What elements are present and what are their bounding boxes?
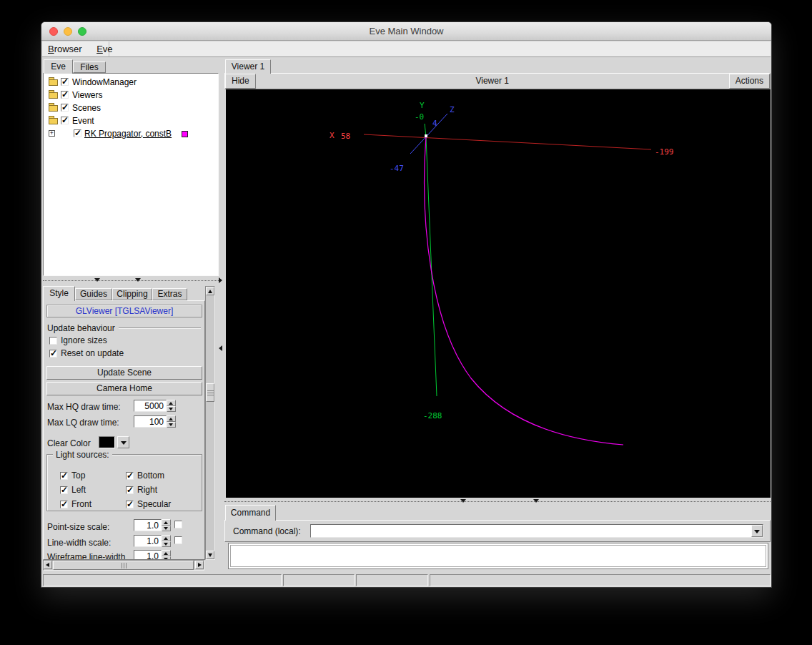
point-size-checkbox[interactable] — [174, 521, 182, 528]
command-dropdown-icon[interactable] — [751, 525, 763, 537]
line-width-stepper[interactable] — [162, 535, 171, 547]
update-scene-button[interactable]: Update Scene — [46, 366, 202, 380]
tree-checkbox[interactable] — [61, 117, 69, 124]
clear-color-swatch[interactable] — [99, 436, 115, 448]
splitter-arrow-icon[interactable] — [94, 278, 100, 282]
tree-label[interactable]: WindowManager — [72, 76, 137, 89]
panel-splitter-arrow-icon[interactable] — [219, 345, 222, 351]
spin-down-icon[interactable] — [167, 422, 176, 428]
light-front-checkbox[interactable]: Front — [60, 499, 91, 509]
tree-label[interactable]: Viewers — [72, 89, 102, 102]
scroll-left-icon[interactable] — [44, 561, 52, 569]
tree-item-rk-propagator[interactable]: + RK Propagator, constB — [44, 127, 218, 140]
viewer-splitter[interactable] — [224, 501, 771, 502]
spin-up-icon[interactable] — [162, 535, 171, 541]
tree-item-windowmanager[interactable]: WindowManager — [44, 76, 218, 89]
viewer-title: Viewer 1 — [256, 74, 729, 89]
spin-down-icon[interactable] — [162, 526, 171, 531]
spin-up-icon[interactable] — [162, 550, 171, 556]
scroll-down-icon[interactable] — [206, 551, 214, 559]
checkbox-label: Ignore sizes — [61, 335, 107, 345]
light-specular-checkbox[interactable]: Specular — [126, 499, 171, 509]
checkbox-icon[interactable] — [60, 472, 68, 480]
tab-viewer-1[interactable]: Viewer 1 — [225, 59, 271, 74]
spin-up-icon[interactable] — [167, 415, 176, 422]
actions-button[interactable]: Actions — [729, 74, 770, 89]
checkbox-icon[interactable] — [49, 337, 57, 345]
style-vertical-scrollbar[interactable] — [205, 286, 215, 560]
scrollbar-thumb[interactable] — [53, 561, 194, 570]
ignore-sizes-checkbox[interactable]: Ignore sizes — [49, 335, 107, 345]
light-bottom-checkbox[interactable]: Bottom — [126, 471, 164, 481]
tree-item-scenes[interactable]: Scenes — [44, 102, 218, 114]
light-left-checkbox[interactable]: Left — [60, 485, 86, 495]
max-hq-stepper[interactable] — [167, 400, 176, 412]
tree-checkbox[interactable] — [61, 104, 69, 112]
tree-checkbox[interactable] — [61, 78, 69, 86]
max-lq-input[interactable] — [134, 415, 167, 428]
tree-item-viewers[interactable]: Viewers — [44, 89, 218, 102]
expand-icon[interactable]: + — [49, 130, 55, 137]
divider — [119, 325, 201, 328]
command-output[interactable] — [228, 543, 768, 569]
menu-eve[interactable]: Eve — [91, 41, 118, 56]
scrollbar-thumb[interactable] — [206, 383, 214, 402]
line-width-checkbox[interactable] — [174, 536, 182, 544]
tree-splitter[interactable] — [43, 280, 219, 281]
light-right-checkbox[interactable]: Right — [126, 485, 157, 495]
max-hq-input[interactable] — [134, 400, 167, 412]
x-axis-title: X — [330, 131, 335, 140]
clear-color-dropdown[interactable] — [117, 436, 129, 448]
update-behaviour-label: Update behaviour — [47, 323, 115, 333]
checkbox-icon[interactable] — [49, 350, 57, 358]
checkbox-icon[interactable] — [60, 486, 68, 494]
tab-guides[interactable]: Guides — [75, 288, 112, 300]
tab-command[interactable]: Command — [225, 505, 276, 521]
spin-up-icon[interactable] — [167, 400, 176, 406]
spin-down-icon[interactable] — [162, 541, 171, 547]
tree-label[interactable]: RK Propagator, constB — [84, 127, 172, 140]
folder-icon — [49, 105, 58, 112]
checkbox-icon[interactable] — [126, 501, 134, 508]
tree-item-event[interactable]: Event — [44, 114, 218, 127]
max-lq-label: Max LQ draw time: — [47, 418, 119, 428]
tab-eve[interactable]: Eve — [44, 59, 73, 74]
scroll-right-icon[interactable] — [195, 561, 204, 569]
tree-checkbox[interactable] — [74, 129, 81, 137]
tree-label[interactable]: Event — [72, 114, 94, 127]
splitter-arrow-icon[interactable] — [460, 499, 466, 503]
point-size-input[interactable] — [134, 519, 162, 531]
point-size-stepper[interactable] — [162, 519, 171, 531]
titlebar[interactable]: Eve Main Window — [41, 22, 771, 41]
tab-extras[interactable]: Extras — [152, 288, 187, 300]
spin-down-icon[interactable] — [167, 406, 176, 412]
camera-home-button[interactable]: Camera Home — [46, 382, 202, 395]
checkbox-icon[interactable] — [126, 472, 134, 480]
scroll-up-icon[interactable] — [206, 287, 214, 295]
splitter-arrow-icon[interactable] — [533, 499, 539, 503]
panel-splitter-arrow-icon[interactable] — [219, 277, 222, 283]
tab-clipping[interactable]: Clipping — [112, 288, 152, 300]
splitter-arrow-icon[interactable] — [135, 278, 141, 282]
checkbox-icon[interactable] — [60, 501, 68, 508]
gl-viewport[interactable]: X 58 -199 Y -0 -288 Z 4 -47 — [226, 89, 771, 498]
style-horizontal-scrollbar[interactable] — [43, 560, 204, 571]
point-size-label: Point-size scale: — [47, 522, 109, 532]
tab-style[interactable]: Style — [43, 286, 75, 301]
wireframe-input[interactable] — [134, 550, 162, 560]
wireframe-stepper[interactable] — [162, 550, 171, 560]
light-top-checkbox[interactable]: Top — [60, 471, 85, 481]
z-axis-title: Z — [450, 105, 455, 114]
tree-checkbox[interactable] — [61, 91, 69, 99]
color-swatch[interactable] — [182, 131, 188, 137]
tab-files[interactable]: Files — [73, 61, 106, 73]
checkbox-icon[interactable] — [126, 486, 134, 494]
command-input[interactable] — [310, 524, 763, 538]
menu-browser[interactable]: Browser — [42, 41, 88, 56]
reset-on-update-checkbox[interactable]: Reset on update — [49, 348, 124, 358]
max-lq-stepper[interactable] — [167, 415, 176, 428]
tree-label[interactable]: Scenes — [72, 102, 101, 114]
hide-button[interactable]: Hide — [225, 74, 256, 89]
line-width-input[interactable] — [134, 535, 162, 547]
spin-up-icon[interactable] — [162, 519, 171, 526]
